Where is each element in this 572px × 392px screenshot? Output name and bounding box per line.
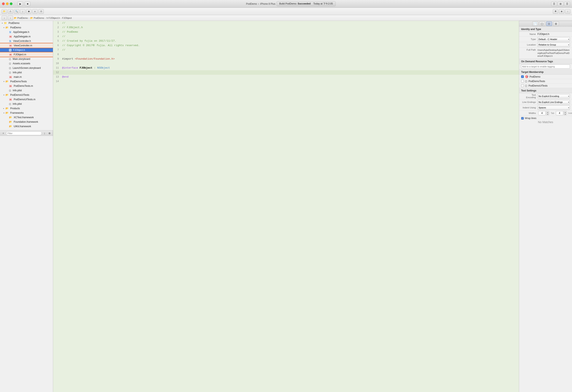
target-checkbox[interactable]	[521, 80, 524, 82]
sidebar-item[interactable]: mFJObject.m	[0, 52, 53, 57]
play-button[interactable]: ▶	[17, 2, 23, 6]
indent-increment[interactable]: ▲	[564, 111, 567, 113]
sidebar-item[interactable]: ▾📁PodDemo	[0, 21, 53, 25]
line-endings-select[interactable]: No Explicit Line Endings	[538, 100, 570, 104]
editor-content[interactable]: 1//2// FJObject.h3// PodDemo4//5// Creat…	[53, 21, 519, 392]
filter-recent[interactable]: ⊕	[48, 132, 51, 135]
target-row[interactable]: ✓🎯PodDemo	[519, 75, 572, 79]
sidebar-item[interactable]: ◻Info.plist	[0, 102, 53, 106]
code-text[interactable]: #import <Foundation/Foundation.h>	[61, 57, 519, 61]
sidebar-item[interactable]: ▸📂Products	[0, 106, 53, 111]
layout-toggle[interactable]: ⊞	[558, 2, 563, 6]
sidebar-item[interactable]: mPodDemoUITests.m	[0, 97, 53, 102]
breadcrumb-item-3[interactable]: h FJObject.h	[47, 17, 60, 19]
debug-btn[interactable]: ⊙	[38, 9, 44, 14]
sidebar-item[interactable]: 📂XCTest.framework	[0, 115, 53, 120]
target-row[interactable]: ◻PodDemoUITests	[519, 84, 572, 88]
indent-select[interactable]: Spaces	[538, 106, 570, 110]
target-checkbox[interactable]	[521, 84, 524, 87]
sidebar-item[interactable]: ◻Info.plist	[0, 70, 53, 75]
scm-btn[interactable]: ↕	[20, 9, 25, 14]
sidebar-item[interactable]: ◻LaunchScreen.storyboard	[0, 66, 53, 70]
inspector-tab-quick-help[interactable]: { }	[539, 21, 545, 26]
project-nav-button[interactable]: 📁	[2, 9, 7, 14]
sidebar-item[interactable]: mPodDemoTests.m	[0, 84, 53, 88]
code-text[interactable]: @interface FJObject : NSObject	[61, 66, 519, 70]
code-line: 9#import <Foundation/Foundation.h>	[53, 57, 519, 61]
sidebar-item[interactable]: hAppDelegate.h	[0, 30, 53, 34]
sidebar-toggle-left[interactable]: ☰	[551, 2, 557, 6]
sidebar-item[interactable]: mViewController.m	[0, 43, 53, 48]
close-button[interactable]	[2, 2, 5, 5]
encoding-label: Text Encoding	[521, 94, 538, 99]
code-text[interactable]: // PodDemo	[61, 30, 519, 34]
project-icon: 📁	[4, 22, 7, 25]
sidebar-item[interactable]: ◻Info.plist	[0, 88, 53, 93]
type-select[interactable]: Default - C Header	[538, 37, 570, 41]
sidebar-item-label: UIKit.framework	[14, 125, 31, 128]
sidebar-item[interactable]: 📂UIKit.framework	[0, 124, 53, 129]
file-type-icon: h	[9, 40, 11, 43]
code-text[interactable]: //	[61, 34, 519, 39]
tags-input[interactable]	[521, 64, 570, 69]
breadcrumb-item-4[interactable]: FJObject	[62, 17, 72, 19]
filter-input[interactable]	[6, 132, 42, 135]
sidebar-item[interactable]: ▾📂PodDemoTests	[0, 79, 53, 84]
code-text[interactable]: @end	[61, 75, 519, 79]
add-file-button[interactable]: +	[1, 132, 5, 135]
breadcrumb-item-1[interactable]: 📂 PodDemo	[14, 16, 28, 19]
code-text[interactable]: // Created by fujia on 2017/11/27.	[61, 39, 519, 43]
maximize-button[interactable]	[10, 2, 13, 5]
sidebar-item[interactable]: hFJObject.h	[0, 48, 53, 52]
nav-forward[interactable]: ›	[8, 16, 13, 20]
sidebar-item[interactable]: ▾📂PodDemo	[0, 25, 53, 30]
inspector-tab-attributes[interactable]: ⊞	[553, 21, 559, 26]
sidebar-item[interactable]: mAppDelegate.m	[0, 34, 53, 39]
breadcrumb-item-2[interactable]: 📂 PodDemo	[30, 16, 44, 19]
code-text[interactable]: //	[61, 21, 519, 25]
location-select[interactable]: Relative to Group	[538, 43, 570, 47]
inspector-tab-identity[interactable]: ⊙	[546, 21, 552, 26]
tab-decrement[interactable]: ▼	[546, 113, 549, 115]
breakpoint-btn[interactable]: ◆	[26, 9, 32, 14]
code-text[interactable]: // FJObject.h	[61, 25, 519, 30]
issues-btn[interactable]: ❋	[553, 9, 558, 14]
inspector-tab-file[interactable]: 📄	[532, 21, 538, 26]
tab-increment[interactable]: ▲	[546, 111, 549, 113]
sidebar-item[interactable]: 📂Foundation.framework	[0, 120, 53, 124]
sidebar-item[interactable]: ◻Main.storyboard	[0, 57, 53, 61]
code-text[interactable]: //	[61, 48, 519, 52]
sidebar-item[interactable]: ◻Assets.xcassets	[0, 61, 53, 66]
sidebar-item[interactable]: ▾📂Frameworks	[0, 111, 53, 115]
minimize-button[interactable]	[6, 2, 9, 5]
share-btn[interactable]: ↑	[565, 9, 570, 14]
build-status: Build PodDemo: Succeeded Today at 下午2:05	[277, 1, 336, 6]
indent-select-wrapper[interactable]: Spaces	[538, 106, 570, 110]
wrap-lines-checkbox[interactable]: ✓	[521, 117, 524, 120]
sidebar-item[interactable]: hViewController.h	[0, 39, 53, 43]
code-text[interactable]: // Copyright © 2017年 fujia. All rights r…	[61, 43, 519, 48]
sidebar-item-label: Foundation.framework	[14, 121, 38, 123]
target-row[interactable]: ◻PodDemoTests	[519, 79, 572, 84]
sidebar-toggle-right[interactable]: ☰	[564, 2, 570, 6]
encoding-select-wrapper[interactable]: No Explicit Encoding	[538, 94, 570, 98]
location-select-wrapper[interactable]: Relative to Group	[538, 43, 570, 47]
target-checkbox[interactable]: ✓	[521, 75, 524, 78]
report-btn[interactable]: ≡	[32, 9, 38, 14]
indent-input[interactable]	[556, 111, 563, 115]
stop-button[interactable]: ■	[25, 2, 31, 6]
encoding-select[interactable]: No Explicit Encoding	[538, 94, 570, 98]
line-endings-select-wrapper[interactable]: No Explicit Line Endings	[538, 100, 570, 104]
more-btn[interactable]: ◈	[559, 9, 564, 14]
indent-decrement[interactable]: ▼	[564, 113, 567, 115]
type-select-wrapper[interactable]: Default - C Header	[538, 37, 570, 41]
filter-options[interactable]: ↕	[43, 132, 47, 135]
tags-row	[519, 64, 572, 69]
sidebar-item[interactable]: mmain.m	[0, 75, 53, 79]
tab-input[interactable]	[538, 111, 546, 115]
sidebar-item[interactable]: ▾📂PodDemoUITests	[0, 93, 53, 97]
warning-btn[interactable]: ⚠	[8, 9, 13, 14]
nav-back[interactable]: ‹	[2, 16, 7, 20]
group-icon: 📂	[5, 80, 9, 83]
search-btn[interactable]: 🔍	[14, 9, 19, 14]
